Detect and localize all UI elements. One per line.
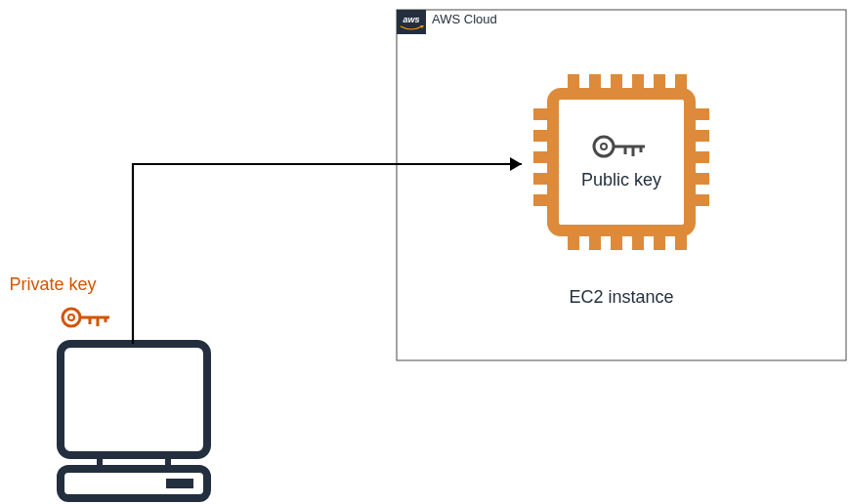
svg-rect-5 [589,74,601,94]
svg-rect-25 [690,194,709,206]
private-key-label: Private key [9,274,96,294]
svg-rect-19 [533,173,553,185]
svg-rect-9 [675,74,687,94]
svg-marker-35 [510,157,522,171]
svg-rect-22 [690,130,709,142]
svg-rect-8 [654,74,665,94]
ec2-instance: Public key [533,74,709,250]
svg-rect-14 [654,231,665,250]
aws-logo-icon: aws [397,10,426,34]
svg-rect-10 [568,231,579,250]
svg-rect-18 [533,151,553,163]
svg-rect-11 [589,231,601,250]
svg-rect-7 [632,74,644,94]
svg-rect-24 [690,173,709,185]
svg-rect-17 [533,130,553,142]
svg-point-33 [63,309,80,326]
svg-rect-12 [611,231,622,250]
svg-rect-3 [553,94,690,231]
svg-rect-20 [533,194,553,206]
ec2-instance-caption: EC2 instance [569,287,673,307]
svg-point-34 [68,315,74,320]
svg-rect-4 [568,74,579,94]
public-key-label: Public key [581,170,661,189]
svg-rect-13 [632,231,644,250]
key-icon [63,309,109,326]
svg-text:aws: aws [403,15,419,24]
connection-arrow [133,157,522,344]
svg-rect-23 [690,151,709,163]
svg-rect-32 [166,479,193,488]
diagram-canvas: aws AWS Cloud [0,0,849,504]
svg-rect-16 [533,108,553,120]
svg-rect-21 [690,108,709,120]
aws-cloud-label: AWS Cloud [432,12,497,26]
svg-rect-15 [675,231,687,250]
client-computer-icon [61,344,207,498]
diagram-svg: aws AWS Cloud [0,0,849,504]
svg-rect-6 [611,74,622,94]
svg-rect-28 [61,344,207,455]
